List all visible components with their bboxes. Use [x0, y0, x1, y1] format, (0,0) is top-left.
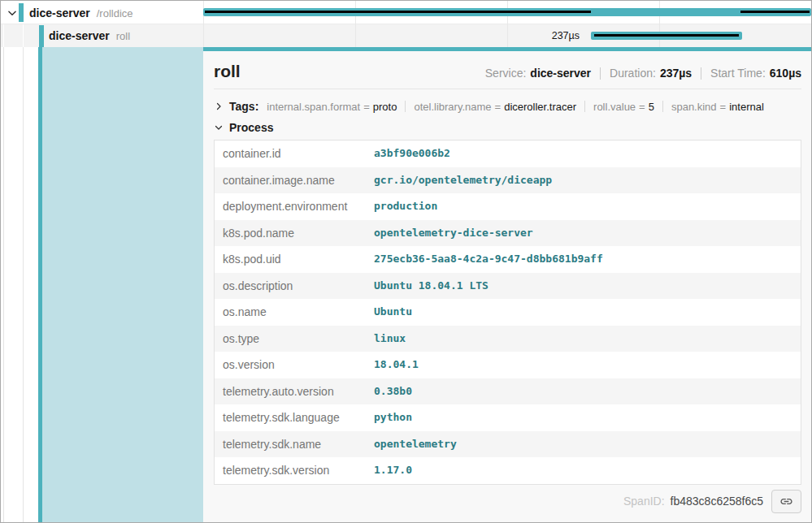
vertical-divider	[600, 67, 601, 80]
span-name: dice-serverroll	[49, 24, 130, 47]
table-row: deployment.environmentproduction	[215, 193, 801, 220]
vertical-divider	[584, 101, 585, 112]
span-bar[interactable]	[203, 8, 811, 16]
service-name: dice-server	[49, 29, 110, 42]
critical-path-segment	[594, 34, 739, 37]
span-color-accent	[19, 3, 24, 22]
table-row: os.version18.04.1	[215, 352, 801, 378]
tags-summary: internal.span.format=proto otel.library.…	[267, 101, 764, 113]
table-row: container.ida3bf90e006b2	[215, 140, 801, 167]
tree-indent-guide	[3, 47, 4, 523]
critical-path-segment	[740, 11, 810, 13]
span-detail-panel: roll Service: dice-server Duration: 237µ…	[203, 47, 812, 523]
span-name: dice-server/rolldice	[29, 2, 133, 24]
table-row: os.descriptionUbuntu 18.04.1 LTS	[215, 273, 801, 300]
chevron-right-icon	[214, 102, 224, 111]
process-label: Process	[229, 121, 273, 134]
table-row: k8s.pod.uid275ecb36-5aa8-4c2a-9c47-d8bb6…	[215, 246, 801, 273]
tree-indent-guide	[23, 24, 24, 47]
tree-indent-guide	[3, 24, 4, 47]
table-row: os.typelinux	[215, 326, 801, 352]
span-title: roll	[214, 62, 241, 81]
vertical-divider	[701, 67, 701, 80]
jaeger-trace-detail-view: dice-server/rolldice dice-serverroll 237…	[0, 0, 812, 523]
overview-duration: Duration: 237µs	[610, 67, 692, 80]
table-row: telemetry.auto.version0.38b0	[215, 378, 801, 405]
tag-item: internal.span.format=proto	[267, 101, 397, 113]
chevron-down-icon[interactable]	[7, 7, 18, 19]
trace-timeline: dice-server/rolldice dice-serverroll 237…	[1, 1, 811, 47]
chevron-down-icon	[214, 123, 224, 132]
table-row: telemetry.sdk.version1.17.0	[215, 457, 801, 484]
tag-item: roll.value=5	[593, 101, 654, 113]
critical-path-segment	[205, 11, 591, 13]
table-row: telemetry.sdk.nameopentelemetry	[215, 431, 801, 458]
detail-row-gutter	[1, 47, 203, 523]
spanid-value: fb483c8c6258f6c5	[671, 495, 763, 508]
tags-accordion-header[interactable]: Tags: internal.span.format=proto otel.li…	[214, 97, 801, 116]
tree-indent-guide	[23, 47, 24, 523]
span-color-accent	[39, 25, 44, 47]
span-row-rolldice[interactable]: dice-server/rolldice	[1, 2, 811, 24]
tag-item: otel.library.name=diceroller.tracer	[414, 101, 576, 113]
overview-start-time: Start Time: 610µs	[710, 67, 801, 80]
operation-name: roll	[116, 30, 130, 42]
table-row: container.image.namegcr.io/opentelemetry…	[215, 167, 801, 194]
tags-label: Tags:	[229, 100, 258, 113]
table-row: os.nameUbuntu	[215, 299, 801, 326]
span-overview: Service: dice-server Duration: 237µs Sta…	[485, 67, 801, 80]
spanid-label: SpanID:	[623, 495, 665, 508]
service-name: dice-server	[29, 6, 90, 19]
vertical-divider	[405, 101, 406, 112]
process-accordion-header[interactable]: Process	[214, 118, 801, 137]
span-row-roll-selected[interactable]: dice-serverroll 237µs	[1, 24, 811, 47]
span-bar[interactable]	[591, 32, 742, 40]
table-row: telemetry.sdk.languagepython	[215, 404, 801, 431]
link-icon	[779, 495, 793, 508]
selected-span-highlight	[38, 47, 203, 523]
overview-service: Service: dice-server	[485, 67, 591, 80]
header-divider	[214, 89, 801, 89]
process-attributes-table: container.ida3bf90e006b2 container.image…	[214, 140, 801, 485]
span-detail-footer: SpanID: fb483c8c6258f6c5	[214, 490, 801, 513]
span-duration-label: 237µs	[465, 24, 580, 47]
copy-span-link-button[interactable]	[771, 490, 801, 513]
tag-item: span.kind=internal	[671, 101, 764, 113]
vertical-divider	[662, 101, 663, 112]
table-row: k8s.pod.nameopentelemetry-dice-server	[215, 220, 801, 247]
operation-name: /rolldice	[97, 7, 133, 19]
span-detail-header: roll Service: dice-server Duration: 237µ…	[214, 62, 801, 81]
